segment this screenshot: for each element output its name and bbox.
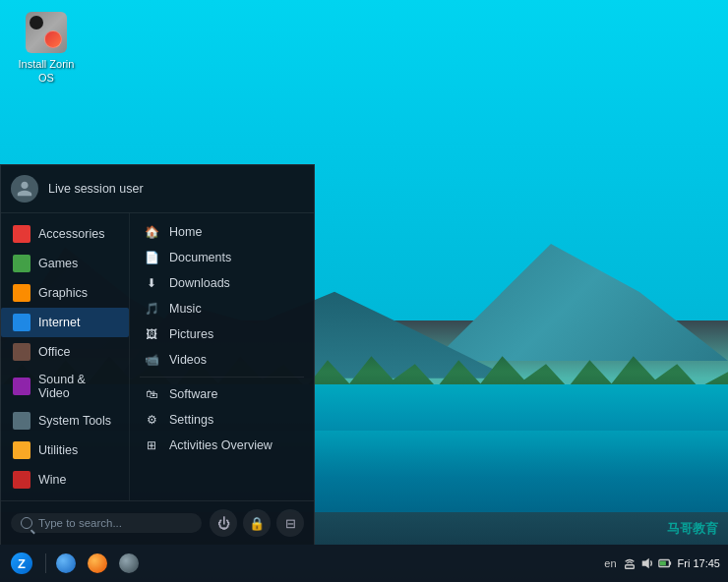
search-icon [21, 517, 32, 529]
utilities-label: Utilities [38, 443, 78, 457]
menu-item-office[interactable]: Office [1, 337, 129, 367]
desktop-icon-label: Install Zorin OS [19, 57, 75, 86]
action-settings[interactable]: ⚙ Settings [130, 407, 314, 433]
taskbar: en Fri 17:4 [0, 545, 728, 582]
pictures-icon: 🖼 [144, 326, 159, 342]
action-activities[interactable]: ⊞ Activities Overview [130, 433, 314, 458]
search-placeholder: Type to search... [38, 517, 122, 529]
downloads-icon: ⬇ [144, 275, 159, 291]
sound-video-label: Sound & Video [38, 373, 117, 400]
taskbar-clock[interactable]: Fri 17:45 [678, 557, 720, 569]
downloads-label: Downloads [169, 276, 230, 290]
menu-item-games[interactable]: Games [1, 249, 129, 278]
documents-label: Documents [169, 251, 231, 264]
videos-label: Videos [169, 353, 207, 367]
games-label: Games [38, 257, 78, 270]
music-label: Music [169, 302, 202, 316]
menu-places: 🏠 Home 📄 Documents ⬇ Downloads 🎵 Music 🖼 [129, 213, 314, 500]
lock-button[interactable]: 🔒 [243, 509, 271, 537]
sound-video-icon [13, 378, 30, 395]
software-label: Software [169, 387, 217, 401]
taskbar-mail-icon[interactable] [85, 551, 110, 576]
pictures-label: Pictures [169, 327, 213, 341]
menu-item-system-tools[interactable]: System Tools [1, 406, 129, 436]
accessories-icon [13, 225, 30, 243]
videos-icon: 📹 [144, 352, 159, 368]
internet-icon [13, 314, 30, 331]
place-home[interactable]: 🏠 Home [130, 219, 314, 245]
menu-user-section: Live session user [1, 165, 314, 213]
taskbar-separator [45, 553, 46, 573]
taskbar-right: en Fri 17:4 [604, 556, 720, 570]
files-icon [119, 553, 139, 573]
user-icon [16, 180, 33, 198]
accessories-label: Accessories [38, 227, 104, 241]
menu-columns: Accessories Games Graphics Internet Offi… [1, 213, 314, 500]
menu-item-internet[interactable]: Internet [1, 308, 129, 337]
place-documents[interactable]: 📄 Documents [130, 245, 314, 270]
activities-label: Activities Overview [169, 438, 273, 452]
svg-rect-0 [625, 565, 634, 569]
taskbar-lang[interactable]: en [604, 557, 616, 569]
user-avatar [11, 175, 38, 203]
menu-bottom-actions: ⏻ 🔒 ⊟ [210, 509, 304, 537]
browser-icon [56, 553, 76, 573]
menu-item-utilities[interactable]: Utilities [1, 436, 129, 465]
menu-search-bar: Type to search... ⏻ 🔒 ⊟ [1, 500, 314, 545]
mail-icon [88, 553, 107, 573]
home-icon: 🏠 [144, 224, 159, 240]
software-icon: 🛍 [144, 386, 159, 402]
settings-label: Settings [169, 413, 213, 427]
wine-label: Wine [38, 473, 66, 487]
settings-icon: ⚙ [144, 412, 159, 428]
network-icon[interactable] [623, 556, 637, 570]
svg-rect-3 [669, 561, 671, 565]
menu-item-accessories[interactable]: Accessories [1, 219, 129, 249]
places-divider [140, 377, 304, 378]
activities-icon: ⊞ [144, 437, 159, 453]
system-tools-icon [13, 412, 30, 430]
power-button[interactable]: ⏻ [210, 509, 237, 537]
svg-marker-1 [641, 558, 648, 569]
graphics-icon [13, 284, 30, 302]
menu-categories: Accessories Games Graphics Internet Offi… [1, 213, 129, 500]
wine-icon [13, 471, 30, 489]
place-videos[interactable]: 📹 Videos [130, 347, 314, 373]
start-button[interactable] [8, 550, 35, 577]
desktop-icon-image [26, 12, 67, 53]
place-downloads[interactable]: ⬇ Downloads [130, 270, 314, 296]
menu-item-sound-video[interactable]: Sound & Video [1, 367, 129, 406]
svg-rect-4 [659, 561, 665, 565]
place-pictures[interactable]: 🖼 Pictures [130, 321, 314, 347]
documents-icon: 📄 [144, 250, 159, 265]
office-label: Office [38, 345, 70, 359]
overview-button[interactable]: ⊟ [276, 509, 304, 537]
desktop-icon-install-zorin[interactable]: Install Zorin OS [12, 12, 81, 86]
music-icon: 🎵 [144, 301, 159, 317]
place-music[interactable]: 🎵 Music [130, 296, 314, 321]
home-label: Home [169, 225, 202, 239]
battery-icon[interactable] [658, 556, 672, 570]
volume-icon[interactable] [640, 556, 654, 570]
systray-icons [623, 556, 672, 570]
zorin-logo [11, 553, 32, 574]
user-name-label: Live session user [48, 182, 144, 196]
system-tools-label: System Tools [38, 414, 111, 428]
taskbar-files-icon[interactable] [116, 551, 142, 576]
internet-label: Internet [38, 316, 80, 329]
office-icon [13, 343, 30, 361]
watermark: 马哥教育 [667, 520, 718, 538]
games-icon [13, 255, 30, 272]
graphics-label: Graphics [38, 286, 88, 300]
taskbar-browser-icon[interactable] [53, 551, 79, 576]
search-input-wrap[interactable]: Type to search... [11, 513, 202, 533]
desktop: Install Zorin OS 马哥教育 Live session user … [0, 0, 728, 582]
utilities-icon [13, 441, 30, 459]
action-software[interactable]: 🛍 Software [130, 381, 314, 407]
menu-item-wine[interactable]: Wine [1, 465, 129, 495]
start-menu: Live session user Accessories Games Grap… [0, 164, 315, 545]
menu-item-graphics[interactable]: Graphics [1, 278, 129, 308]
